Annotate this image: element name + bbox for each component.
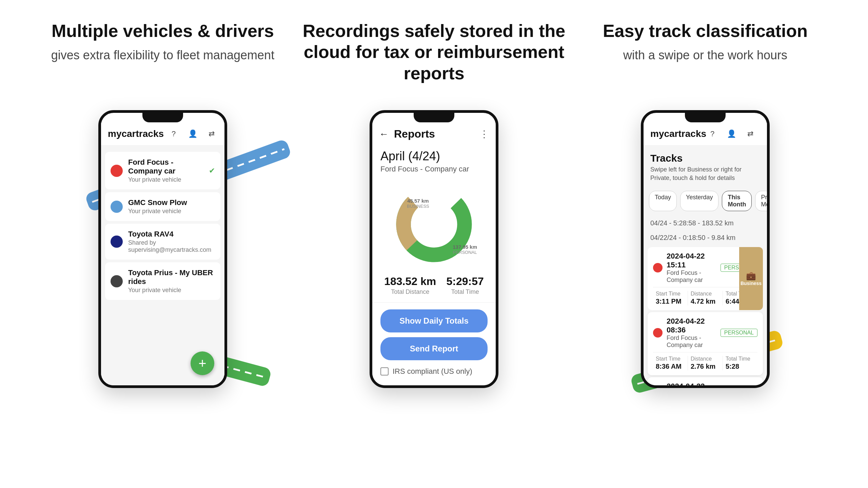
track-2-stats: Start Time 8:36 AM Distance 2.76 km Tota… bbox=[653, 352, 757, 370]
check-icon-ford: ✔ bbox=[209, 166, 215, 175]
vehicle-item-rav4[interactable]: Toyota RAV4 Shared by supervising@mycart… bbox=[105, 224, 220, 260]
feature-vehicles-title: Multiple vehicles & drivers bbox=[31, 20, 295, 41]
send-report-button[interactable]: Send Report bbox=[380, 337, 488, 360]
irs-checkbox[interactable] bbox=[380, 367, 389, 375]
profile-icon[interactable]: 👤 bbox=[186, 128, 199, 140]
track-2-datetime: 2024-04-22 08:36 bbox=[667, 317, 716, 334]
phones-section: mycartracks ? 👤 ⇄ Ford Focus - Company c… bbox=[0, 103, 868, 402]
more-options-button[interactable]: ⋮ bbox=[479, 128, 489, 140]
track-1-dist-label: Distance bbox=[691, 291, 720, 297]
track-2-info: 2024-04-22 08:36 Ford Focus - Company ca… bbox=[667, 317, 716, 349]
vehicle-item-ford[interactable]: Ford Focus - Company car Your private ve… bbox=[105, 152, 220, 189]
tab-today[interactable]: Today bbox=[649, 191, 677, 211]
track-item-2[interactable]: 2024-04-22 08:36 Ford Focus - Company ca… bbox=[648, 312, 763, 375]
header-icons-3: ? 👤 ⇄ ⋮ bbox=[706, 128, 767, 140]
vehicle-sub-gmc: Your private vehicle bbox=[128, 208, 215, 215]
show-daily-totals-button[interactable]: Show Daily Totals bbox=[380, 309, 488, 332]
track-1-info: 2024-04-22 15:11 Ford Focus - Company ca… bbox=[667, 252, 716, 284]
vehicle-dot-gmc bbox=[111, 201, 123, 213]
phone-2-notch bbox=[414, 113, 454, 122]
switch-icon-3[interactable]: ⇄ bbox=[744, 128, 756, 140]
phone-3-inner: mycartracks ? 👤 ⇄ ⋮ Tracks Swipe left fo… bbox=[644, 122, 767, 385]
feature-classification-title: Easy track classification bbox=[573, 20, 837, 41]
stat-time-label: Total Time bbox=[447, 288, 484, 296]
back-button[interactable]: ← bbox=[379, 129, 389, 140]
irs-row: IRS compliant (US only) bbox=[372, 367, 496, 376]
track-3-info: 2024-04-22 08:20 Ford Focus - Company ca… bbox=[667, 382, 716, 386]
vehicle-item-prius[interactable]: Toyota Prius - My UBER rides Your privat… bbox=[105, 262, 220, 300]
reports-title: Reports bbox=[394, 128, 474, 140]
vehicle-name-ford: Ford Focus - Company car bbox=[128, 158, 203, 176]
add-vehicle-button[interactable]: + bbox=[191, 351, 214, 375]
track-3-datetime: 2024-04-22 08:20 bbox=[667, 382, 716, 386]
track-1-start-value: 3:11 PM bbox=[656, 298, 685, 305]
vehicle-info-prius: Toyota Prius - My UBER rides Your privat… bbox=[128, 268, 215, 294]
tab-yesterday[interactable]: Yesterday bbox=[680, 191, 718, 211]
track-2-time-value: 5:28 bbox=[726, 363, 755, 370]
track-item-1[interactable]: 2024-04-22 15:11 Ford Focus - Company ca… bbox=[648, 247, 763, 310]
feature-vehicles-subtitle: gives extra flexibility to fleet managem… bbox=[31, 47, 295, 63]
tab-previous-month[interactable]: Previous Month bbox=[755, 191, 767, 211]
track-3-header: 2024-04-22 08:20 Ford Focus - Company ca… bbox=[653, 382, 757, 386]
track-2-start: Start Time 8:36 AM bbox=[653, 356, 688, 370]
app-name-3: mycartracks bbox=[650, 128, 706, 139]
tracks-subtitle: Swipe left for Business or right for Pri… bbox=[650, 165, 760, 182]
date-header-1: 04/24 - 5:28:58 - 183.52 km bbox=[644, 216, 767, 230]
phone-3-notch bbox=[685, 113, 726, 122]
track-2-start-label: Start Time bbox=[656, 356, 685, 362]
track-dot-1 bbox=[653, 263, 663, 272]
track-2-dist-value: 2.76 km bbox=[691, 363, 720, 370]
phone-2-inner: ← Reports ⋮ April (4/24) Ford Focus - Co… bbox=[372, 122, 496, 385]
tracks-list: 2024-04-22 15:11 Ford Focus - Company ca… bbox=[644, 245, 767, 386]
vehicle-sub-ford: Your private vehicle bbox=[128, 176, 203, 183]
track-2-vehicle: Ford Focus - Company car bbox=[667, 334, 716, 349]
profile-icon-3[interactable]: 👤 bbox=[725, 128, 737, 140]
feature-classification: Easy track classification with a swipe o… bbox=[573, 20, 837, 90]
phone-3-header: mycartracks ? 👤 ⇄ ⋮ bbox=[644, 122, 767, 146]
date-header-2: 04/22/24 - 0:18:50 - 9.84 km bbox=[644, 230, 767, 245]
tracks-title: Tracks bbox=[650, 152, 760, 164]
phone-1-inner: mycartracks ? 👤 ⇄ Ford Focus - Company c… bbox=[101, 122, 224, 385]
track-item-3[interactable]: 2024-04-22 08:20 Ford Focus - Company ca… bbox=[648, 377, 763, 386]
switch-icon[interactable]: ⇄ bbox=[205, 128, 218, 140]
business-swipe-label: Business bbox=[741, 281, 762, 286]
vehicle-info-rav4: Toyota RAV4 Shared by supervising@mycart… bbox=[128, 230, 215, 253]
vehicle-item-gmc[interactable]: GMC Snow Plow Your private vehicle bbox=[105, 192, 220, 221]
feature-recordings-title: Recordings safely stored in the cloud fo… bbox=[302, 20, 566, 84]
stat-distance-label: Total Distance bbox=[384, 288, 436, 296]
report-vehicle: Ford Focus - Company car bbox=[380, 165, 488, 174]
phone-tracks: mycartracks ? 👤 ⇄ ⋮ Tracks Swipe left fo… bbox=[641, 110, 770, 388]
stat-distance: 183.52 km Total Distance bbox=[384, 275, 436, 296]
track-2-dist: Distance 2.76 km bbox=[688, 356, 723, 370]
business-swipe-action: 💼 Business bbox=[739, 247, 763, 310]
vehicle-name-gmc: GMC Snow Plow bbox=[128, 198, 215, 207]
features-header: Multiple vehicles & drivers gives extra … bbox=[0, 0, 868, 103]
vehicle-dot-ford bbox=[111, 165, 123, 177]
vehicle-info-gmc: GMC Snow Plow Your private vehicle bbox=[128, 198, 215, 215]
phone-2-header: ← Reports ⋮ bbox=[372, 122, 496, 146]
feature-vehicles: Multiple vehicles & drivers gives extra … bbox=[31, 20, 295, 90]
track-dot-2 bbox=[653, 328, 663, 338]
stat-time: 5:29:57 Total Time bbox=[447, 275, 484, 296]
more-icon-3[interactable]: ⋮ bbox=[763, 128, 767, 140]
track-1-vehicle: Ford Focus - Company car bbox=[667, 269, 716, 284]
track-1-dist: Distance 4.72 km bbox=[688, 291, 723, 305]
stat-time-value: 5:29:57 bbox=[447, 275, 484, 288]
tab-this-month[interactable]: This Month bbox=[722, 191, 752, 211]
help-icon[interactable]: ? bbox=[167, 128, 180, 140]
phone-reports: ← Reports ⋮ April (4/24) Ford Focus - Co… bbox=[370, 110, 498, 388]
vehicle-info-ford: Ford Focus - Company car Your private ve… bbox=[128, 158, 203, 183]
track-2-start-value: 8:36 AM bbox=[656, 363, 685, 370]
track-2-badge: PERSONAL bbox=[721, 329, 757, 337]
phone-1-header: mycartracks ? 👤 ⇄ bbox=[101, 122, 224, 146]
track-1-dist-value: 4.72 km bbox=[691, 298, 720, 305]
vehicle-name-rav4: Toyota RAV4 bbox=[128, 230, 215, 239]
phone-1-frame: mycartracks ? 👤 ⇄ Ford Focus - Company c… bbox=[98, 110, 227, 388]
help-icon-3[interactable]: ? bbox=[706, 128, 718, 140]
track-2-time: Total Time 5:28 bbox=[723, 356, 757, 370]
report-actions: Show Daily Totals Send Report bbox=[372, 303, 496, 367]
phone-3-frame: mycartracks ? 👤 ⇄ ⋮ Tracks Swipe left fo… bbox=[641, 110, 770, 388]
vehicle-dot-rav4 bbox=[111, 236, 123, 248]
irs-label: IRS compliant (US only) bbox=[393, 367, 472, 376]
filter-tabs: Today Yesterday This Month Previous Mont… bbox=[644, 186, 767, 216]
